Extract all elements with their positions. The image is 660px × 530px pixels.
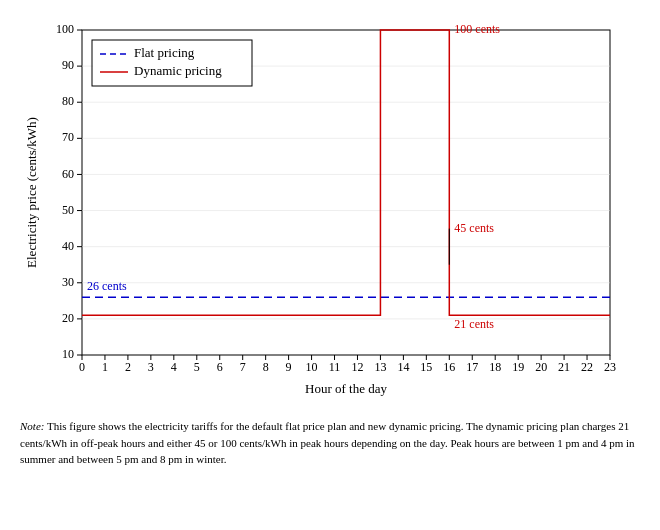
chart-note: Note: This figure shows the electricity …	[10, 418, 650, 468]
main-container: Note: This figure shows the electricity …	[0, 0, 660, 476]
chart-area	[20, 10, 640, 410]
note-prefix: Note:	[20, 420, 44, 432]
note-body: This figure shows the electricity tariff…	[20, 420, 635, 465]
chart-canvas	[20, 10, 640, 410]
